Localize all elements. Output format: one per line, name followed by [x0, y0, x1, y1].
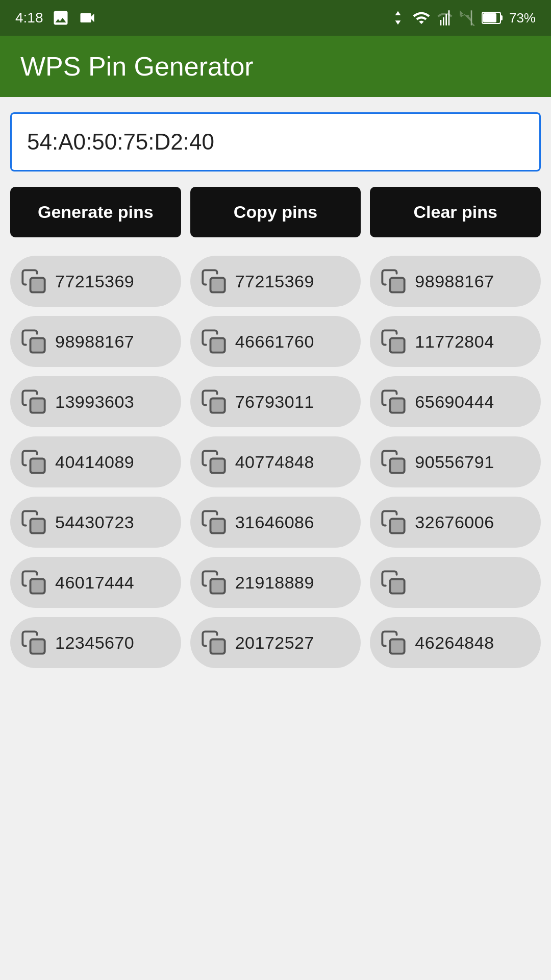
pin-value: 40774848 — [235, 452, 314, 472]
pins-grid: 77215369 77215369 98988167 98988167 4666… — [10, 256, 541, 668]
status-time: 4:18 — [15, 10, 43, 26]
pin-item[interactable]: 54430723 — [10, 497, 181, 548]
image-icon — [52, 9, 70, 27]
svg-rect-11 — [390, 399, 405, 413]
pin-value: 76793011 — [235, 392, 314, 412]
pin-item[interactable]: 98988167 — [10, 316, 181, 367]
pin-item[interactable]: 46264848 — [370, 617, 541, 668]
pin-item-empty[interactable] — [370, 557, 541, 608]
status-right: 73% — [390, 9, 536, 27]
status-bar: 4:18 73% — [0, 0, 551, 36]
pin-value: 90556791 — [415, 452, 494, 472]
battery-percent: 73% — [509, 10, 536, 26]
status-left: 4:18 — [15, 9, 96, 27]
pin-value: 65690444 — [415, 392, 494, 412]
svg-rect-16 — [210, 519, 224, 533]
pin-item[interactable]: 90556791 — [370, 436, 541, 487]
pin-item[interactable]: 13993603 — [10, 376, 181, 427]
pin-item[interactable]: 20172527 — [190, 617, 361, 668]
svg-rect-13 — [210, 459, 224, 473]
pin-item[interactable]: 12345670 — [10, 617, 181, 668]
svg-rect-5 — [390, 278, 405, 292]
pin-value: 11772804 — [415, 332, 494, 352]
svg-rect-7 — [210, 338, 224, 353]
pin-item[interactable]: 32676006 — [370, 497, 541, 548]
pin-value: 21918889 — [235, 573, 314, 593]
svg-rect-15 — [31, 519, 45, 533]
pin-value: 20172527 — [235, 633, 314, 653]
svg-rect-22 — [210, 640, 224, 654]
wifi-icon — [412, 9, 431, 27]
pin-value: 46017444 — [55, 573, 134, 593]
copy-pins-button[interactable]: Copy pins — [190, 187, 361, 237]
svg-rect-3 — [31, 278, 45, 292]
pin-value: 98988167 — [55, 332, 134, 352]
pin-item[interactable]: 77215369 — [190, 256, 361, 307]
app-title: WPS Pin Generator — [20, 51, 254, 82]
svg-rect-21 — [31, 640, 45, 654]
data-icon — [390, 10, 406, 26]
pin-item[interactable]: 98988167 — [370, 256, 541, 307]
pin-item[interactable]: 40414089 — [10, 436, 181, 487]
pin-item[interactable]: 76793011 — [190, 376, 361, 427]
svg-rect-18 — [31, 579, 45, 594]
svg-rect-2 — [483, 13, 496, 22]
pin-value: 98988167 — [415, 272, 494, 291]
svg-rect-6 — [31, 338, 45, 353]
battery-icon — [482, 11, 503, 25]
signal2-icon — [459, 10, 475, 26]
pin-item[interactable]: 65690444 — [370, 376, 541, 427]
pin-item[interactable]: 46017444 — [10, 557, 181, 608]
svg-rect-1 — [500, 15, 503, 20]
buttons-row: Generate pins Copy pins Clear pins — [10, 187, 541, 237]
pin-item[interactable]: 77215369 — [10, 256, 181, 307]
pin-item[interactable]: 11772804 — [370, 316, 541, 367]
mac-input-container — [10, 112, 541, 172]
pin-value: 12345670 — [55, 633, 134, 653]
svg-rect-23 — [390, 640, 405, 654]
main-content: Generate pins Copy pins Clear pins 77215… — [0, 97, 551, 683]
mac-input[interactable] — [27, 129, 524, 155]
svg-rect-10 — [210, 399, 224, 413]
app-bar: WPS Pin Generator — [0, 36, 551, 97]
svg-rect-12 — [31, 459, 45, 473]
pin-value: 46661760 — [235, 332, 314, 352]
svg-rect-8 — [390, 338, 405, 353]
pin-value: 13993603 — [55, 392, 134, 412]
pin-value: 32676006 — [415, 512, 494, 532]
pin-item[interactable]: 40774848 — [190, 436, 361, 487]
clear-pins-button[interactable]: Clear pins — [370, 187, 541, 237]
svg-rect-19 — [210, 579, 224, 594]
pin-item[interactable]: 31646086 — [190, 497, 361, 548]
pin-item[interactable]: 21918889 — [190, 557, 361, 608]
pin-value: 54430723 — [55, 512, 134, 532]
svg-rect-9 — [31, 399, 45, 413]
video-icon — [78, 9, 96, 27]
svg-rect-4 — [210, 278, 224, 292]
signal-icon — [437, 10, 453, 26]
generate-pins-button[interactable]: Generate pins — [10, 187, 181, 237]
svg-rect-17 — [390, 519, 405, 533]
svg-rect-20 — [390, 579, 405, 594]
pin-value: 46264848 — [415, 633, 494, 653]
pin-item[interactable]: 46661760 — [190, 316, 361, 367]
pin-value: 77215369 — [235, 272, 314, 291]
svg-rect-14 — [390, 459, 405, 473]
pin-value: 40414089 — [55, 452, 134, 472]
pin-value: 31646086 — [235, 512, 314, 532]
pin-value: 77215369 — [55, 272, 134, 291]
